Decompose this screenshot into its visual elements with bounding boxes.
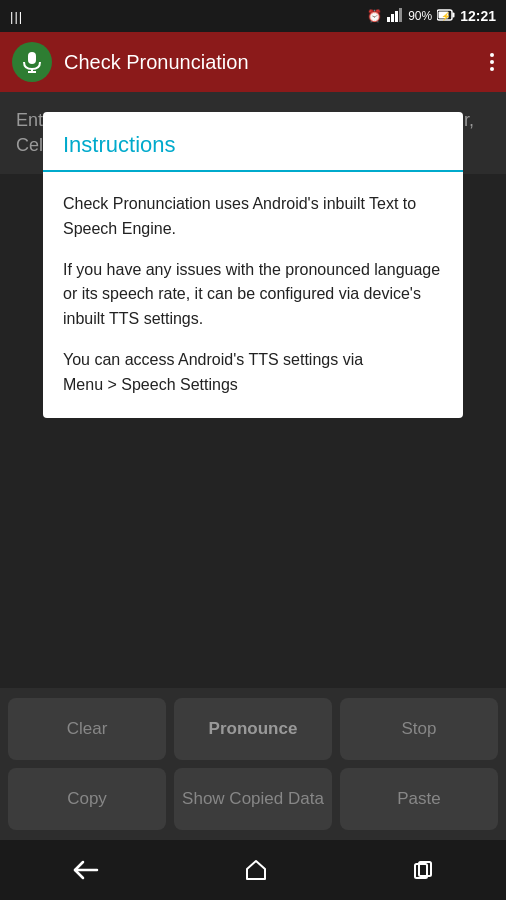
svg-rect-0 xyxy=(387,17,390,22)
svg-rect-5 xyxy=(453,12,455,17)
modal-overlay: Instructions Check Pronunciation uses An… xyxy=(0,92,506,840)
signal-icon xyxy=(387,8,403,25)
battery-text: 90% xyxy=(408,9,432,23)
app-header: Check Pronunciation xyxy=(0,32,506,92)
battery-icon: ⚡ xyxy=(437,9,455,24)
header-left: Check Pronunciation xyxy=(12,42,249,82)
status-bar: ||| ⏰ 90% ⚡ 12:21 xyxy=(0,0,506,32)
svg-text:⚡: ⚡ xyxy=(441,11,451,21)
app-icon xyxy=(12,42,52,82)
status-right: ⏰ 90% ⚡ 12:21 xyxy=(367,8,496,25)
dialog-paragraph-1: Check Pronunciation uses Android's inbui… xyxy=(63,192,443,242)
home-button[interactable] xyxy=(245,859,267,881)
svg-rect-1 xyxy=(391,14,394,22)
dialog-body: Check Pronunciation uses Android's inbui… xyxy=(43,172,463,418)
dialog-paragraph-2: If you have any issues with the pronounc… xyxy=(63,258,443,332)
nav-bar xyxy=(0,840,506,900)
status-left: ||| xyxy=(10,9,23,24)
svg-rect-3 xyxy=(399,8,402,22)
svg-rect-2 xyxy=(395,11,398,22)
back-button[interactable] xyxy=(73,860,99,880)
recents-button[interactable] xyxy=(413,860,433,880)
time-display: 12:21 xyxy=(460,8,496,24)
notification-icon: ||| xyxy=(10,9,23,24)
dialog-title: Instructions xyxy=(43,112,463,172)
app-title: Check Pronunciation xyxy=(64,51,249,74)
instructions-dialog: Instructions Check Pronunciation uses An… xyxy=(43,112,463,418)
dialog-paragraph-3: You can access Android's TTS settings vi… xyxy=(63,348,443,398)
menu-dot-1 xyxy=(490,53,494,57)
menu-dot-2 xyxy=(490,60,494,64)
svg-rect-8 xyxy=(28,52,36,64)
menu-button[interactable] xyxy=(490,53,494,71)
menu-dot-3 xyxy=(490,67,494,71)
alarm-icon: ⏰ xyxy=(367,9,382,23)
